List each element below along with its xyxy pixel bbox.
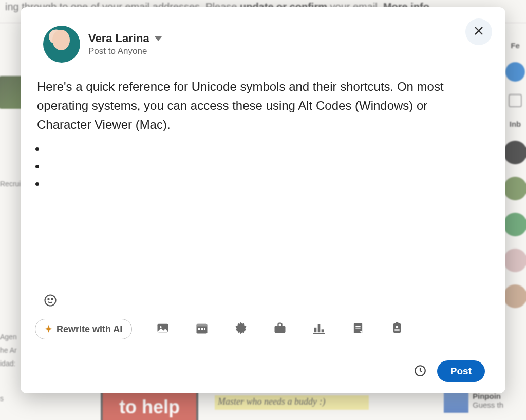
- svg-rect-14: [318, 324, 321, 332]
- svg-rect-19: [356, 328, 361, 329]
- svg-rect-22: [395, 329, 400, 330]
- poll-icon: [312, 321, 326, 337]
- author-name: Vera Larina: [88, 32, 149, 45]
- svg-rect-11: [204, 328, 205, 330]
- schedule-button[interactable]: [414, 364, 428, 378]
- id-badge-icon: [390, 321, 404, 337]
- list-item: [46, 139, 483, 153]
- toolbar: ✦ Rewrite with AI: [21, 315, 505, 351]
- post-paragraph: Here's a quick reference for Unicode sym…: [37, 77, 483, 135]
- emoji-icon: [43, 300, 58, 309]
- svg-rect-9: [198, 328, 200, 330]
- svg-point-2: [45, 295, 56, 306]
- svg-rect-15: [322, 329, 324, 332]
- svg-point-21: [396, 326, 399, 328]
- document-icon: [351, 321, 365, 337]
- add-job-button[interactable]: [272, 321, 288, 337]
- sparkle-icon: ✦: [45, 323, 52, 335]
- svg-rect-12: [275, 326, 286, 333]
- create-post-modal: Vera Larina Post to Anyone Here's a quic…: [21, 7, 505, 393]
- starburst-icon: [234, 321, 248, 337]
- post-editor[interactable]: Here's a quick reference for Unicode sym…: [21, 68, 505, 293]
- close-button[interactable]: [465, 18, 492, 45]
- briefcase-icon: [273, 321, 287, 337]
- create-poll-button[interactable]: [311, 321, 327, 337]
- add-event-button[interactable]: [194, 321, 210, 337]
- audience-label: Post to Anyone: [88, 46, 162, 56]
- author-row: Vera Larina Post to Anyone: [21, 7, 505, 68]
- svg-point-3: [48, 299, 49, 300]
- add-media-button[interactable]: [155, 321, 171, 337]
- svg-point-4: [51, 299, 52, 300]
- post-button[interactable]: Post: [437, 360, 485, 382]
- svg-rect-13: [314, 328, 317, 332]
- svg-point-6: [160, 326, 162, 328]
- emoji-button[interactable]: [43, 293, 483, 310]
- celebrate-button[interactable]: [233, 321, 249, 337]
- svg-rect-10: [201, 328, 203, 330]
- image-icon: [156, 321, 170, 337]
- list-item: [46, 174, 483, 188]
- svg-rect-23: [396, 322, 399, 324]
- rewrite-label: Rewrite with AI: [57, 324, 122, 335]
- clock-icon: [414, 370, 427, 379]
- close-icon: [473, 25, 484, 39]
- list-item: [46, 156, 483, 170]
- post-bullet-list: [46, 139, 483, 188]
- modal-footer: Post: [21, 351, 505, 393]
- svg-rect-16: [313, 333, 325, 334]
- add-document-button[interactable]: [350, 321, 366, 337]
- avatar: [43, 26, 80, 63]
- rewrite-with-ai-button[interactable]: ✦ Rewrite with AI: [35, 319, 132, 339]
- svg-rect-18: [356, 326, 361, 327]
- audience-selector[interactable]: Vera Larina: [88, 32, 162, 45]
- add-hiring-button[interactable]: [389, 321, 405, 337]
- svg-rect-8: [197, 324, 208, 327]
- calendar-icon: [195, 321, 209, 337]
- chevron-down-icon: [155, 36, 162, 41]
